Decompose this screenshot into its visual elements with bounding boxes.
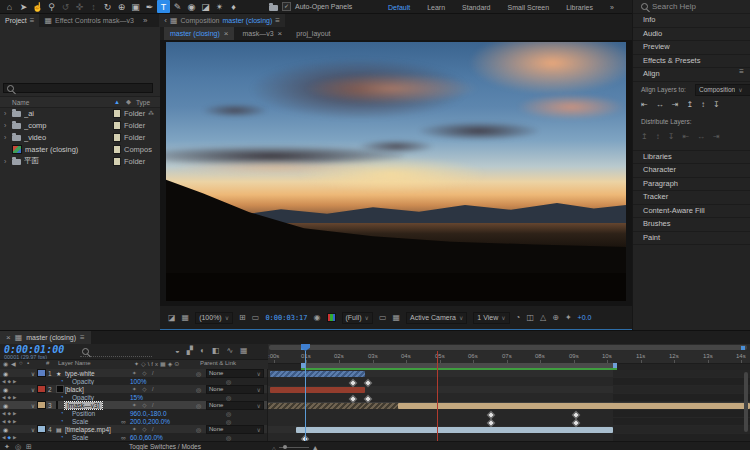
- workspace-overflow-icon[interactable]: »: [610, 4, 614, 11]
- project-row[interactable]: › _ai Folder ⁂: [0, 107, 160, 119]
- property-name[interactable]: Scale: [72, 418, 88, 425]
- stopwatch-icon[interactable]: ◔: [60, 434, 64, 440]
- label-swatch[interactable]: [113, 109, 121, 118]
- panel-paint[interactable]: Paint: [633, 232, 750, 246]
- distribute-bottom-icon[interactable]: ↧: [668, 132, 675, 141]
- layer-switches[interactable]: ✦ ◇ /: [132, 386, 155, 392]
- twirl-icon[interactable]: ›: [4, 122, 9, 129]
- roi-icon[interactable]: ▭: [379, 314, 387, 322]
- twirl-icon[interactable]: ›: [4, 134, 9, 141]
- next-keyframe-icon[interactable]: ▶: [13, 379, 16, 384]
- twirl-icon[interactable]: ∨: [29, 386, 37, 393]
- property-value[interactable]: 60.0,60.0%: [130, 434, 163, 441]
- viewer-stage[interactable]: [160, 40, 632, 305]
- viewer-tab-proj-layout[interactable]: proj_layout: [290, 27, 336, 40]
- label-swatch[interactable]: [113, 133, 121, 142]
- mask-visibility-icon[interactable]: ▭: [252, 314, 260, 322]
- eye-icon[interactable]: ◉: [3, 426, 8, 433]
- label-swatch[interactable]: [113, 145, 121, 154]
- tab-project[interactable]: Project ≡: [0, 14, 39, 27]
- workspace-standard[interactable]: Standard: [462, 4, 490, 11]
- label-swatch[interactable]: [37, 369, 46, 377]
- workspace-small-screen[interactable]: Small Screen: [508, 4, 550, 11]
- fast-previews-icon[interactable]: ◫: [526, 314, 534, 322]
- magnification-dropdown[interactable]: (100%)∨: [195, 312, 233, 324]
- label-column-icon[interactable]: ◆: [126, 98, 131, 106]
- view-layout-dropdown[interactable]: 1 View∨: [473, 312, 509, 324]
- panel-menu-icon[interactable]: ≡: [739, 68, 744, 81]
- guides-icon[interactable]: ▦: [182, 314, 190, 322]
- panel-brushes[interactable]: Brushes: [633, 218, 750, 232]
- track-row[interactable]: [268, 434, 750, 441]
- property-name[interactable]: Opacity: [72, 378, 94, 385]
- align-bottom-icon[interactable]: ↧: [713, 100, 720, 109]
- eye-icon[interactable]: ◉: [3, 386, 8, 393]
- column-name[interactable]: Name: [12, 99, 29, 106]
- pickwhip-icon[interactable]: ◎: [226, 410, 231, 417]
- roto-brush-tool[interactable]: ✴: [213, 0, 226, 13]
- comp-marker-line[interactable]: [437, 351, 438, 441]
- distribute-right-icon[interactable]: ⇥: [713, 132, 720, 141]
- track-row[interactable]: [268, 410, 750, 418]
- frame-blend-toggle-icon[interactable]: ✦: [4, 443, 10, 450]
- layer-name[interactable]: [black]: [65, 386, 84, 393]
- orbit-camera-tool[interactable]: ↺: [59, 0, 72, 13]
- column-type[interactable]: Type: [136, 99, 150, 106]
- layer-name-column-header[interactable]: Layer Name: [58, 360, 91, 366]
- distribute-v-center-icon[interactable]: ↕: [656, 132, 660, 141]
- grid-icon[interactable]: ⊞: [239, 314, 246, 322]
- layer-bar-mask-v3-trimmed[interactable]: [268, 403, 398, 409]
- align-top-icon[interactable]: ↥: [686, 100, 693, 109]
- timeline-search-input[interactable]: [80, 347, 152, 357]
- pen-tool[interactable]: ✒: [143, 0, 156, 13]
- pickwhip-icon[interactable]: ◎: [196, 402, 201, 409]
- layer-switches[interactable]: ✦ ◇ /: [132, 426, 155, 432]
- layer-name-edit-field[interactable]: [mask—v3]: [65, 402, 102, 409]
- layer-name[interactable]: [timelapse.mp4]: [65, 426, 111, 433]
- puppet-pin-tool[interactable]: ♦: [227, 0, 240, 13]
- snapshot-icon[interactable]: ◉: [314, 314, 321, 322]
- stopwatch-icon[interactable]: ◔: [60, 394, 64, 400]
- toggle-switches-modes-button[interactable]: Toggle Switches / Modes: [110, 443, 220, 450]
- property-value[interactable]: 15%: [130, 394, 143, 401]
- twirl-icon[interactable]: ∨: [29, 426, 37, 433]
- shy-icon[interactable]: ◒: [175, 346, 180, 355]
- project-row-composition[interactable]: master (closing) Compos: [0, 143, 160, 155]
- auto-keyframe-icon[interactable]: ⊞: [26, 443, 32, 450]
- panel-libraries[interactable]: Libraries: [633, 151, 750, 165]
- stopwatch-icon[interactable]: ◔: [60, 378, 64, 384]
- nav-end-marker[interactable]: [741, 346, 745, 350]
- motion-blur-icon[interactable]: ◐: [200, 346, 205, 355]
- frame-blend-icon[interactable]: ▞: [187, 346, 193, 355]
- layer-bar-black[interactable]: [270, 387, 365, 393]
- tab-overflow-icon[interactable]: »: [143, 17, 147, 25]
- eye-icon[interactable]: ◉: [3, 402, 8, 409]
- home-tool[interactable]: ⌂: [3, 0, 16, 13]
- track-row[interactable]: [268, 378, 750, 386]
- pickwhip-icon[interactable]: ◎: [196, 386, 201, 393]
- project-search-input[interactable]: [3, 83, 153, 93]
- layer-bar-mask-v3[interactable]: [398, 403, 750, 409]
- zoom-tool[interactable]: ⚲: [45, 0, 58, 13]
- panel-align[interactable]: Align ≡: [633, 68, 750, 82]
- viewer-timecode[interactable]: 0:00:03:17: [265, 314, 307, 322]
- reset-exposure-icon[interactable]: ✦: [565, 314, 572, 322]
- property-row-scale[interactable]: ◀◆▶ ◔ Scale ∞ 60.0,60.0% ◎: [0, 433, 267, 441]
- pickwhip-icon[interactable]: ◎: [226, 394, 231, 401]
- viewer-tab-master-closing[interactable]: master (closing)×: [164, 27, 234, 40]
- property-value[interactable]: 960.0,-180.0: [130, 410, 167, 417]
- sort-icon[interactable]: ▲: [114, 99, 120, 105]
- timeline-nav-scrollbar[interactable]: [268, 344, 750, 351]
- pickwhip-icon[interactable]: ◎: [196, 370, 201, 377]
- rotation-tool[interactable]: ↻: [101, 0, 114, 13]
- resolution-dropdown[interactable]: (Full)∨: [342, 312, 373, 324]
- project-row[interactable]: › _comp Folder: [0, 119, 160, 131]
- exposure-value[interactable]: +0.0: [578, 314, 592, 321]
- workspace-learn[interactable]: Learn: [427, 4, 445, 11]
- transparency-grid-icon[interactable]: ▦: [392, 314, 400, 322]
- timeline-button-icon[interactable]: △: [540, 314, 546, 322]
- camera-tool[interactable]: ⊕: [115, 0, 128, 13]
- flowchart-icon[interactable]: ⊕: [552, 314, 559, 322]
- property-name[interactable]: Opacity: [72, 394, 94, 401]
- draft-3d-icon[interactable]: ◧: [212, 346, 220, 355]
